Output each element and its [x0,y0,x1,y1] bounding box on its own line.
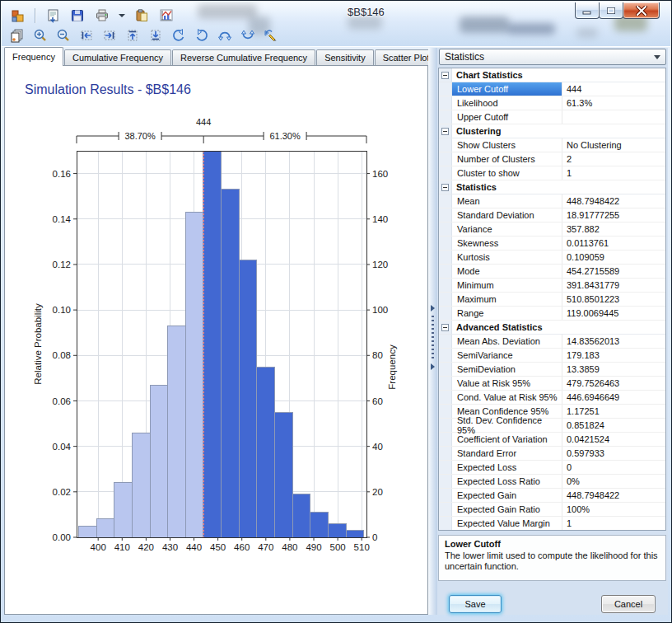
histogram-bar[interactable] [310,513,329,537]
grid-row[interactable]: Expected Gain Ratio100% [439,503,665,517]
property-value[interactable]: 1 [562,518,665,528]
grid-row[interactable]: Skewness0.0113761 [439,237,665,251]
pan-down-icon[interactable] [147,26,165,44]
collapse-icon[interactable] [441,72,449,79]
collapse-icon[interactable] [441,128,449,135]
property-value[interactable]: 179.183 [562,350,665,360]
grid-row[interactable]: Show ClustersNo Clustering [439,138,665,152]
property-value[interactable]: 0% [562,476,665,486]
property-value[interactable]: No Clustering [562,140,665,150]
grid-row[interactable]: Expected Gain448.7948422 [439,489,665,503]
histogram-bar[interactable] [203,151,222,537]
maximize-button[interactable] [599,2,623,19]
histogram-bar[interactable] [132,433,150,537]
splitter-drag-handle[interactable] [432,316,434,358]
rotate-left-icon[interactable] [170,26,188,44]
grid-row[interactable]: Expected Loss0 [439,461,665,475]
grid-row[interactable]: Minimum391.8431779 [439,279,665,293]
property-value[interactable]: 0.0113761 [562,238,665,248]
grid-row[interactable]: Variance357.882 [439,222,665,237]
zoom-in-icon[interactable] [31,26,49,44]
copy-pages-icon[interactable] [8,26,26,44]
property-value[interactable]: 454.2715589 [562,266,665,276]
tab-reverse-cumulative-frequency[interactable]: Reverse Cumulative Frequency [172,49,315,66]
print-options-caret[interactable] [118,7,126,24]
pan-left-icon[interactable] [77,26,96,44]
flip-up-icon[interactable] [216,26,234,44]
window-icon[interactable] [8,7,26,24]
zoom-out-icon[interactable] [54,26,72,44]
grid-row[interactable]: Upper Cutoff [439,110,665,124]
grid-row[interactable]: Number of Clusters2 [439,152,665,166]
histogram-bar[interactable] [257,367,275,537]
property-value[interactable]: 1.17251 [562,406,665,416]
minimize-button[interactable] [575,2,600,19]
histogram-bar[interactable] [185,213,203,538]
tab-sensitivity[interactable]: Sensitivity [316,49,374,66]
save-icon[interactable] [68,7,86,24]
collapse-icon[interactable] [441,184,449,191]
save-button[interactable]: Save [449,595,502,613]
histogram-bar[interactable] [275,412,293,537]
print-preview-icon[interactable] [44,7,62,24]
grid-row[interactable]: Mode454.2715589 [439,265,665,279]
histogram-bar[interactable] [239,260,257,537]
histogram-bar[interactable] [114,483,133,537]
property-value[interactable]: 391.8431779 [562,280,665,290]
grid-row[interactable]: SemiDeviation13.3859 [439,363,665,377]
property-value[interactable]: 444 [562,84,665,94]
grid-row[interactable]: Range119.0069445 [439,307,665,321]
histogram-bar[interactable] [328,523,346,537]
collapse-icon[interactable] [441,324,449,331]
grid-row[interactable]: Maximum510.8501223 [439,293,665,307]
panel-splitter[interactable] [428,48,437,615]
histogram-bar[interactable] [150,385,168,537]
pan-right-icon[interactable] [100,26,119,44]
grid-row[interactable]: Cluster to show1 [439,166,665,180]
property-value[interactable]: 1 [562,168,665,178]
property-value[interactable]: 446.6946649 [562,392,665,402]
pan-up-icon[interactable] [124,26,142,44]
close-button[interactable] [623,2,660,19]
grid-row[interactable]: Coefficient of Variation0.0421524 [439,433,665,447]
chart-icon[interactable] [157,7,175,24]
property-value[interactable]: 0.851824 [562,420,665,430]
tab-frequency[interactable]: Frequency [4,47,63,66]
property-value[interactable]: 100% [562,504,665,514]
histogram-bar[interactable] [346,531,364,537]
histogram-bar[interactable] [96,519,114,537]
cancel-button[interactable]: Cancel [601,595,656,613]
splitter-collapse-arrow-icon[interactable] [431,305,435,312]
grid-row[interactable]: SemiVariance179.183 [439,349,665,363]
grid-row[interactable]: Expected Loss Ratio0% [439,475,665,489]
grid-row[interactable]: Cond. Value at Risk 95%446.6946649 [439,391,665,405]
grid-row[interactable]: Value at Risk 95%479.7526463 [439,377,665,391]
grid-row[interactable]: Likelihood61.3% [439,96,665,110]
property-value[interactable]: 0.597933 [562,448,665,458]
grid-row[interactable]: Kurtosis0.109059 [439,251,665,265]
splitter-collapse-arrow-icon[interactable] [431,363,435,370]
property-value[interactable]: 2 [562,154,665,164]
grid-row[interactable]: Std. Dev. Confidence 95%0.851824 [439,419,665,433]
histogram-bar[interactable] [292,494,310,537]
print-icon[interactable] [93,7,111,24]
histogram-bar[interactable] [222,190,240,537]
property-value[interactable]: 61.3% [562,98,665,108]
grid-row[interactable]: Expected Value Margin1 [439,517,665,531]
property-value[interactable]: 0 [562,462,665,472]
tab-cumulative-frequency[interactable]: Cumulative Frequency [64,49,171,66]
grid-row[interactable]: Mean448.7948422 [439,194,665,208]
property-value[interactable]: 14.83562013 [562,336,665,346]
property-value[interactable]: 0.109059 [562,252,665,262]
grid-row[interactable]: Standard Error0.597933 [439,447,665,461]
property-value[interactable]: 18.91777255 [562,210,665,220]
property-value[interactable]: 119.0069445 [562,308,665,318]
panel-view-dropdown[interactable]: Statistics [439,49,666,65]
grid-row[interactable]: Lower Cutoff444 [439,82,665,96]
property-value[interactable]: 448.7948422 [562,196,665,206]
property-value[interactable]: 357.882 [562,224,665,234]
grid-row[interactable]: Standard Deviation18.91777255 [439,208,665,222]
edit-undo-icon[interactable] [262,26,280,44]
property-value[interactable]: 13.3859 [562,364,665,374]
property-value[interactable]: 510.8501223 [562,294,665,304]
